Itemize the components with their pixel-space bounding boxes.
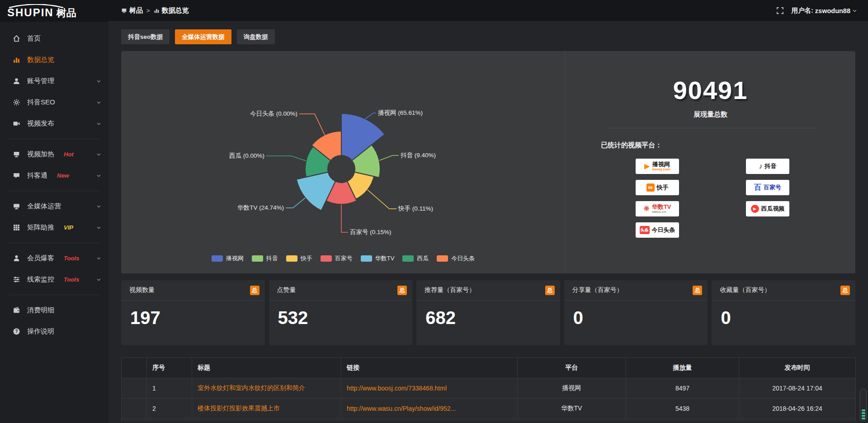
platform-badge-boshiwang: ▶ 播视网 boosj.com (636, 159, 679, 174)
legend-item-5[interactable]: 西瓜 (402, 254, 429, 263)
logo-text-en: SHUPIN (7, 7, 54, 18)
cell-platform: 华数TV (518, 399, 626, 419)
legend-item-4[interactable]: 华数TV (361, 254, 395, 263)
platform-badge-wasu-tv: ❋ 华数TV wasu.cn (636, 201, 679, 216)
total-badge[interactable]: 总 (545, 286, 555, 295)
sidebar-item-member-boke[interactable]: 会员爆客 Tools (0, 248, 108, 269)
main-content: 抖音seo数据全媒体运营数据询盘数据 播视网 (65.61%)抖音 (9.40%… (108, 22, 868, 423)
stat-card-title: 收藏量（百家号） (720, 286, 770, 294)
platform-badge-baijiahao: 百 百家号 (746, 180, 789, 195)
sidebar-item-home[interactable]: 首页 (0, 28, 108, 49)
video-title-link[interactable]: 室外水纹灯和室内水纹灯的区别和简介 (198, 384, 305, 391)
video-url-link[interactable]: http://www.boosj.com/7338468.html (347, 385, 447, 392)
pie-slice-label: 西瓜 (0.00%) (229, 152, 264, 159)
cell-index: 1 (147, 378, 192, 399)
sidebar-item-video-heat[interactable]: 视频加热 Hot (0, 144, 108, 165)
sidebar-item-data-overview[interactable]: 数据总览 (0, 49, 108, 70)
sidebar-item-label: 视频发布 (27, 119, 54, 128)
grid-icon (13, 224, 20, 231)
tab-media-operation-data[interactable]: 全媒体运营数据 (175, 29, 231, 44)
sidebar-item-label: 抖音SEO (27, 98, 55, 107)
baijiahao-logo-icon: 百 (754, 184, 761, 191)
breadcrumb-data-overview[interactable]: 数据总览 (154, 6, 189, 15)
stat-card-value: 532 (269, 301, 413, 328)
sidebar-item-tag: Hot (64, 151, 74, 158)
total-badge[interactable]: 总 (397, 286, 407, 295)
platform-name: 今日头条 (652, 227, 675, 233)
scroll-indicator-widget[interactable] (860, 389, 867, 421)
pie-slice-label: 百家号 (0.15%) (350, 229, 392, 235)
user-menu[interactable]: 用户名: zswodun88 (792, 6, 858, 15)
fullscreen-icon[interactable] (777, 7, 783, 14)
pie-slice-label: 抖音 (9.40%) (401, 152, 436, 159)
sidebar-item-tag: Tools (64, 276, 79, 283)
sidebar-item-douyin-seo[interactable]: 抖音SEO (0, 92, 108, 113)
legend-item-2[interactable]: 快手 (286, 254, 312, 263)
cell-index: 2 (147, 399, 192, 419)
legend-swatch (286, 255, 297, 262)
video-table: 序号 标题 链接 平台 播放量 发布时间 1 室外水纹灯和室内水纹灯的区别和简介… (121, 357, 856, 422)
total-badge[interactable]: 总 (250, 286, 259, 295)
badge-column-0: ▶ 播视网 boosj.com 66 快手 ❋ 华数TV wasu.cn 头条 … (636, 159, 679, 238)
pie-label-line (368, 190, 396, 209)
username-value: zswodun88 (815, 7, 850, 14)
legend-item-0[interactable]: 播视网 (212, 254, 244, 263)
table-row-1: 2 楼体投影灯投影效果震撼上市 http://www.wasu.cn/Play/… (122, 399, 856, 419)
sidebar-item-douketong[interactable]: 抖客通 New (0, 165, 108, 186)
stat-card-value: 0 (564, 301, 708, 328)
sidebar-item-media-operation[interactable]: 全媒体运营 (0, 196, 108, 217)
pie-slice-label: 华数TV (24.74%) (237, 204, 284, 211)
platform-name: 抖音 (765, 163, 777, 169)
chevron-down-icon (96, 204, 101, 209)
sidebar-item-tag: VIP (64, 224, 73, 231)
stat-cards: 视频数量 总 197 点赞量 总 532 推荐量（百家号） 总 682 分享量（… (121, 280, 855, 345)
legend-label: 播视网 (226, 254, 244, 263)
legend-item-6[interactable]: 今日头条 (437, 254, 475, 263)
sliders-icon (13, 276, 20, 283)
platform-badge-xigua-video: ▶ 西瓜视频 (746, 201, 789, 216)
sidebar-divider (8, 243, 100, 243)
sidebar-item-expense-detail[interactable]: 消费明细 (0, 300, 108, 321)
table-header: 序号 标题 链接 平台 播放量 发布时间 (122, 358, 856, 378)
cell-link: http://www.boosj.com/7338468.html (341, 378, 518, 399)
legend-item-3[interactable]: 百家号 (321, 254, 353, 263)
stat-card-title: 分享量（百家号） (572, 286, 623, 294)
sidebar-item-matrix-boost[interactable]: 矩阵助推 VIP (0, 217, 108, 238)
sidebar-item-label: 全媒体运营 (27, 202, 61, 211)
stat-card-like-count: 点赞量 总 532 (269, 280, 413, 345)
sidebar-item-video-publish[interactable]: 视频发布 (0, 113, 108, 134)
sidebar-item-account-manage[interactable]: 账号管理 (0, 70, 108, 92)
sidebar-item-label: 线索监控 (27, 275, 54, 284)
breadcrumb-separator: > (146, 7, 150, 14)
tab-inquiry-data[interactable]: 询盘数据 (237, 29, 275, 44)
pie-slice-label: 播视网 (65.61%) (378, 109, 423, 116)
legend-label: 百家号 (335, 254, 353, 263)
sidebar-item-leads-monitor[interactable]: 线索监控 Tools (0, 269, 108, 290)
sidebar-item-label: 矩阵助推 (27, 223, 54, 232)
app-logo[interactable]: SHUPIN 树品 (0, 4, 108, 18)
cell-title: 楼体投影灯投影效果震撼上市 (192, 399, 341, 419)
user-area: 用户名: zswodun88 (777, 6, 858, 15)
cell-plays: 8497 (626, 378, 739, 399)
video-title-link[interactable]: 楼体投影灯投影效果震撼上市 (198, 404, 280, 412)
platform-name: 播视网 (652, 161, 670, 168)
tab-douyin-seo-data[interactable]: 抖音seo数据 (121, 29, 170, 44)
chevron-down-icon (852, 8, 857, 13)
legend-item-1[interactable]: 抖音 (252, 254, 278, 263)
legend-swatch (402, 255, 414, 262)
col-platform: 平台 (518, 358, 626, 378)
chevron-down-icon (96, 256, 101, 261)
breadcrumb-shupin[interactable]: 树品 (121, 6, 143, 15)
impressions-summary: 90491 展现量总数 已统计的视频平台： ▶ 播视网 boosj.com 66… (565, 51, 855, 273)
douyin-logo-icon: ♪ (759, 163, 763, 170)
platform-badge-douyin: ♪ 抖音 (746, 159, 789, 174)
cell-link: http://www.wasu.cn/Play/show/id/952... (341, 399, 518, 419)
total-badge[interactable]: 总 (840, 286, 850, 295)
stat-card-share-count: 分享量（百家号） 总 0 (564, 280, 708, 345)
total-badge[interactable]: 总 (693, 286, 702, 295)
pie-slice-4[interactable] (297, 172, 335, 211)
sidebar-divider (8, 295, 100, 295)
sidebar-item-help[interactable]: ? 操作说明 (0, 321, 108, 342)
video-url-link[interactable]: http://www.wasu.cn/Play/show/id/952... (347, 405, 456, 412)
wasu-tv-logo-icon: ❋ (643, 205, 649, 212)
